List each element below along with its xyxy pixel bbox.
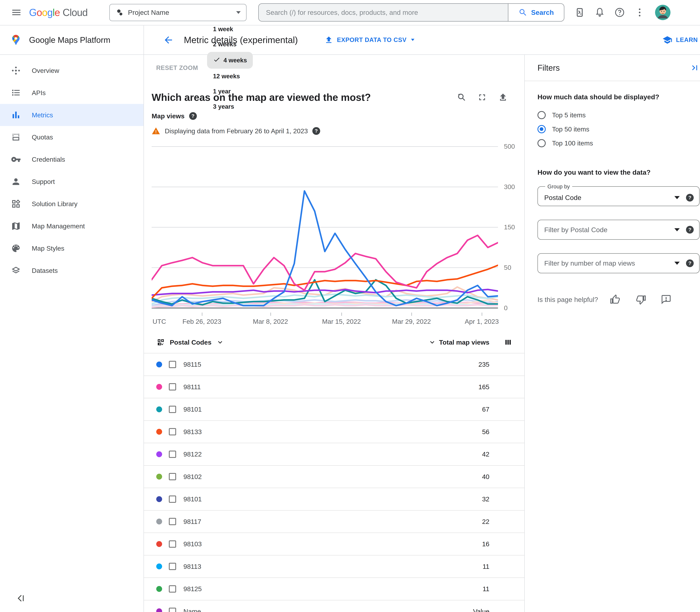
thumbs-up-icon[interactable] [610,294,621,305]
export-chart-icon[interactable] [498,92,508,102]
row-checkbox[interactable] [169,428,176,435]
series-color-dot [156,564,162,569]
total-map-views: 67 [482,405,524,413]
x-axis-tick [270,312,271,316]
radio-top-100-items[interactable]: Top 100 items [537,136,700,150]
sidebar-item-metrics[interactable]: Metrics [0,104,144,126]
radio-button-icon[interactable] [537,125,546,133]
value-column-header[interactable]: Total map views [439,338,489,346]
series-color-dot [156,406,162,412]
row-checkbox[interactable] [169,473,176,480]
sidebar-item-label: Metrics [32,111,53,119]
sidebar-item-credentials[interactable]: Credentials [0,148,144,170]
view-columns-icon[interactable] [504,338,512,346]
sidebar-item-map-management[interactable]: Map Management [0,215,144,237]
table-header: Postal Codes Total map views [144,332,524,353]
row-checkbox[interactable] [169,540,176,548]
help-icon[interactable] [610,3,629,22]
sidebar-item-label: Support [32,178,55,185]
search-input-wrap[interactable] [258,3,508,22]
sidebar-item-apis[interactable]: APIs [0,82,144,104]
row-checkbox[interactable] [169,383,176,390]
chevron-down-icon [236,11,241,14]
postal-code: 98101 [184,495,202,503]
sidebar-item-solution-library[interactable]: Solution Library [0,193,144,215]
project-selector[interactable]: Project Name [109,4,246,21]
group-by-help-icon[interactable]: ? [686,194,694,201]
row-checkbox[interactable] [169,361,176,368]
filter-map-views-select[interactable]: Filter by number of map views ? [537,253,700,273]
group-by-label: Group by [545,183,572,190]
row-checkbox[interactable] [169,518,176,525]
x-axis-tick [202,312,202,316]
datasets-icon [11,266,21,276]
cloud-shell-icon[interactable] [571,3,589,22]
avatar[interactable] [655,5,671,20]
radio-top-50-items[interactable]: Top 50 items [537,122,700,136]
back-arrow-icon[interactable] [163,34,174,45]
range-chip-label: 4 weeks [224,57,247,64]
row-checkbox[interactable] [169,585,176,593]
total-map-views: 22 [482,518,524,526]
row-checkbox[interactable] [169,563,176,570]
sidebar-item-support[interactable]: Support [0,170,144,193]
project-name: Project Name [128,9,169,16]
sidebar-item-datasets[interactable]: Datasets [0,260,144,282]
row-checkbox[interactable] [169,496,176,503]
solution-library-icon [11,199,21,209]
radio-top-5-items[interactable]: Top 5 items [537,108,700,122]
reset-zoom-button[interactable]: RESET ZOOM [156,64,198,71]
group-selector[interactable]: Postal Codes [156,338,224,347]
sort-descending-icon[interactable] [428,338,436,346]
learn-button[interactable]: LEARN [662,35,698,45]
sidebar-collapse-icon[interactable] [16,593,26,603]
total-map-views: 56 [482,428,524,436]
filter-views-help-icon[interactable]: ? [686,260,694,267]
range-chip-1-week[interactable]: 1 week [207,22,253,37]
table-row: 9813356 [144,421,524,443]
reset-zoom-search-icon[interactable] [456,92,466,102]
sidebar-item-quotas[interactable]: Quotas [0,126,144,148]
table-row: 9810167 [144,398,524,421]
range-chip-12-weeks[interactable]: 12 weeks [207,69,253,84]
line-chart[interactable]: 050150300500 [152,143,524,311]
timezone-label: UTC [152,318,166,325]
x-axis-label: Mar 29, 2022 [392,318,431,325]
metric-help-icon[interactable]: ? [189,112,197,120]
range-chip-2-weeks[interactable]: 2 weeks [207,37,253,52]
total-map-views: 11 [483,562,524,570]
row-checkbox[interactable] [169,608,176,612]
sidebar-item-map-styles[interactable]: Map Styles [0,237,144,260]
fullscreen-icon[interactable] [477,92,487,102]
postal-code: 98117 [184,518,201,526]
x-axis-label: Mar 8, 2022 [253,318,288,325]
topbar: Google Cloud Project Name Search [0,0,700,26]
hamburger-menu-icon[interactable] [7,3,26,22]
series-color-dot [156,362,162,367]
group-by-select[interactable]: Group by Postal Code ? [537,183,700,206]
warning-help-icon[interactable]: ? [312,127,320,135]
thumbs-down-icon[interactable] [635,294,646,305]
panel-collapse-icon[interactable] [690,63,700,73]
table-row: 9811722 [144,511,524,533]
search-button[interactable]: Search [508,3,564,22]
series-color-dot [156,518,162,525]
notifications-bell-icon[interactable] [591,3,609,22]
filters-title: Filters [537,63,560,72]
series-color-dot [156,541,162,547]
row-checkbox[interactable] [169,406,176,413]
export-csv-button[interactable]: EXPORT DATA TO CSV [324,36,415,44]
range-chip-4-weeks[interactable]: 4 weeks [207,52,253,69]
table-row: 9810132 [144,488,524,511]
filter-postal-code-select[interactable]: Filter by Postal Code ? [537,220,700,240]
search-input[interactable] [266,9,501,16]
feedback-icon[interactable] [661,294,672,305]
more-vert-icon[interactable] [631,3,649,22]
sidebar-item-overview[interactable]: Overview [0,59,144,82]
sidebar-item-label: Map Styles [32,245,64,252]
row-checkbox[interactable] [169,450,176,458]
radio-button-icon[interactable] [537,139,546,147]
filter-postal-help-icon[interactable]: ? [686,226,694,234]
radio-button-icon[interactable] [537,111,546,119]
radio-label: Top 50 items [552,125,589,133]
